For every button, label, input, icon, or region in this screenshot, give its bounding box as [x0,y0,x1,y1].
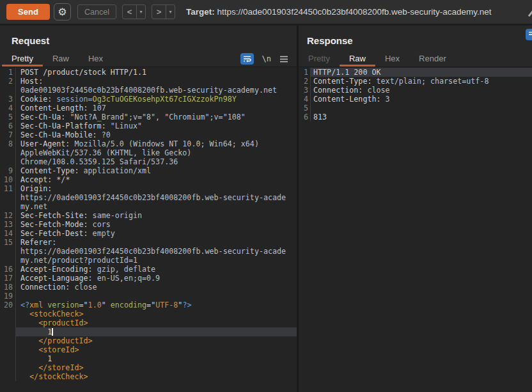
line-number [0,256,16,265]
code-line[interactable]: 18Connection: close [0,283,297,292]
line-number [0,86,16,95]
code-line[interactable]: 4Content-Length: 107 [0,104,297,113]
code-line[interactable]: 3Cookie: session=Og3cTuOGEKosehpXt67cIGX… [0,95,297,104]
code-line[interactable]: <storeId> [0,345,297,354]
target-url: https://0ade001903f24450c0b23bf4008200fb… [217,7,492,17]
line-number: 15 [0,238,16,247]
line-number: 10 [0,175,16,184]
tab-hex[interactable]: Hex [375,52,409,67]
code-line[interactable]: Chrome/108.0.5359.125 Safari/537.36 [0,157,297,166]
code-line[interactable]: 4Content-Length: 3 [299,95,532,104]
code-line[interactable]: https://0ade001903f24450c0b23bf4008200fb… [0,193,297,202]
tab-render[interactable]: Render [409,52,456,67]
code-line[interactable]: 5Sec-Ch-Ua: "Not?A_Brand";v="8", "Chromi… [0,113,297,122]
code-line[interactable]: 5 [299,104,532,113]
forward-dropdown-icon[interactable]: ▾ [166,5,175,19]
response-title: Response [299,26,532,51]
tab-raw[interactable]: Raw [43,52,79,67]
line-number: 2 [299,77,311,86]
code-line[interactable]: </stockCheck> [0,372,297,381]
code-line[interactable]: 1 [0,327,297,336]
line-number: 19 [0,292,16,301]
send-button[interactable]: Send [6,4,50,20]
code-line[interactable]: my.net/product?productId=1 [0,256,297,265]
code-line[interactable]: <stockCheck> [0,310,297,318]
code-line[interactable]: 3Connection: close [299,86,532,95]
menu-icon[interactable] [279,56,288,63]
code-line[interactable]: 2Content-Type: text/plain; charset=utf-8 [299,77,532,86]
line-number: 1 [299,68,311,77]
line-number: 16 [0,265,16,274]
line-number [0,363,16,372]
tab-hex[interactable]: Hex [79,52,113,67]
code-line[interactable]: </productId> [0,336,297,345]
request-panel: Request PrettyRawHex \n [0,26,297,392]
request-tabs: PrettyRawHex [2,52,113,67]
code-line[interactable]: 1HTTP/1.1 200 OK [299,68,532,77]
code-line[interactable]: 10Accept: */* [0,175,297,184]
history-back-button[interactable]: < ▾ [122,4,146,19]
code-line[interactable]: 6Sec-Ch-Ua-Platform: "Linux" [0,122,297,130]
line-number [0,202,16,211]
cancel-button[interactable]: Cancel [77,4,116,19]
newline-icon[interactable]: \n [262,54,271,63]
tab-pretty[interactable]: Pretty [299,52,340,67]
code-line[interactable]: 11Origin: [0,184,297,193]
tab-raw[interactable]: Raw [340,52,375,67]
code-line[interactable]: 16Accept-Encoding: gzip, deflate [0,265,297,274]
request-title: Request [0,26,297,51]
response-tab-row: PrettyRawHexRender [299,51,532,67]
code-line[interactable]: 2Host: [0,77,297,86]
request-tab-row: PrettyRawHex \n [0,51,297,67]
line-number [0,193,16,202]
settings-button[interactable]: ⚙ [54,3,71,20]
code-line[interactable]: 8User-Agent: Mozilla/5.0 (Windows NT 10.… [0,139,297,148]
code-line[interactable]: 1POST /product/stock HTTP/1.1 [0,68,297,77]
forward-arrow-icon: > [152,5,166,19]
response-word-wrap-icon[interactable] [526,29,532,40]
line-number [0,318,16,327]
code-line[interactable]: 9Content-Type: application/xml [0,166,297,175]
code-line[interactable]: 0ade001903f24450c0b23bf4008200fb.web-sec… [0,86,297,95]
tab-pretty[interactable]: Pretty [2,52,43,67]
line-number: 3 [0,95,16,104]
code-line[interactable]: </storeId> [0,363,297,372]
line-number [0,327,16,336]
request-editor[interactable]: 1POST /product/stock HTTP/1.12Host:0ade0… [0,67,297,392]
code-line[interactable]: 17Accept-Language: en-US,en;q=0.9 [0,274,297,283]
line-number [0,148,16,157]
code-line[interactable]: 1 [0,354,297,363]
code-line[interactable]: 13Sec-Fetch-Mode: cors [0,220,297,229]
code-line[interactable]: 14Sec-Fetch-Dest: empty [0,229,297,238]
line-number: 2 [0,77,16,86]
line-number: 6 [299,113,311,122]
request-editor-icons: \n [240,52,288,65]
code-line[interactable]: 15Referer: [0,238,297,247]
code-line[interactable]: 19 [0,292,297,301]
history-forward-button[interactable]: > ▾ [152,4,175,19]
line-number [0,310,16,318]
back-dropdown-icon[interactable]: ▾ [136,5,145,19]
code-line[interactable]: https://0ade001903f24450c0b23bf4008200fb… [0,247,297,256]
line-number [0,345,16,354]
line-number [0,247,16,256]
word-wrap-icon[interactable] [240,53,254,65]
code-line[interactable]: 12Sec-Fetch-Site: same-origin [0,211,297,220]
code-line[interactable]: 20<?xml version="1.0" encoding="UTF-8"?> [0,301,297,310]
code-line[interactable]: my.net [0,202,297,211]
response-panel: Response PrettyRawHexRender 1HTTP/1.1 20… [299,26,532,392]
text-caret [52,328,53,336]
code-line[interactable]: 6813 [299,113,532,122]
line-number: 20 [0,301,16,310]
code-line[interactable]: AppleWebKit/537.36 (KHTML, like Gecko) [0,148,297,157]
code-line[interactable]: 7Sec-Ch-Ua-Mobile: ?0 [0,130,297,139]
line-number: 5 [0,113,16,122]
code-line[interactable]: <productId> [0,318,297,327]
line-number [0,354,16,363]
line-number: 17 [0,274,16,283]
back-arrow-icon: < [123,5,136,19]
line-number: 4 [0,104,16,113]
response-editor[interactable]: 1HTTP/1.1 200 OK2Content-Type: text/plai… [299,67,532,392]
line-number: 11 [0,184,16,193]
edit-target-icon[interactable] [528,8,532,17]
